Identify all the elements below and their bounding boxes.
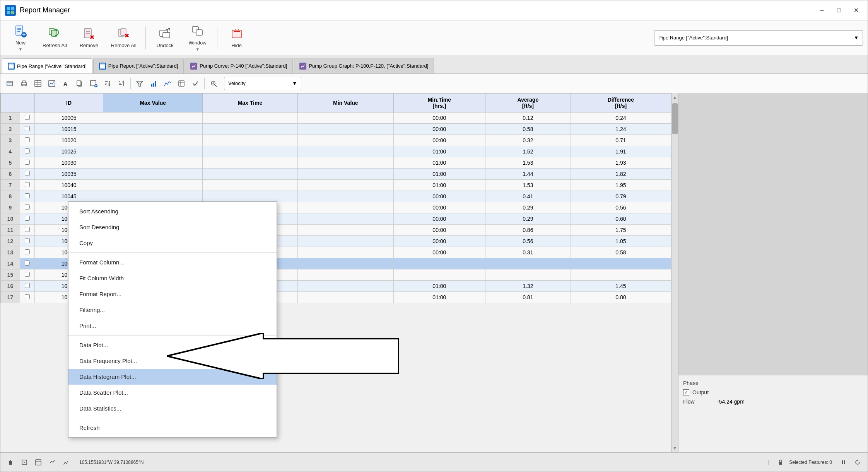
context-menu-item-sort-desc[interactable]: Sort Desending — [68, 219, 277, 235]
scroll-up-arrow[interactable]: ▲ — [673, 93, 677, 102]
row-checkbox[interactable] — [20, 157, 35, 169]
col-header-max-value[interactable]: Max Value — [103, 94, 203, 112]
context-menu-item-data-statistics[interactable]: Data Statistics... — [68, 400, 277, 416]
col-header-min-value[interactable]: Min Value — [297, 94, 393, 112]
row-checkbox[interactable] — [20, 258, 35, 269]
maximize-button[interactable]: □ — [832, 5, 846, 16]
right-panel-chart-area — [678, 93, 868, 375]
col-header-id[interactable]: ID — [35, 94, 103, 112]
row-number: 14 — [1, 258, 20, 269]
print-button[interactable] — [17, 77, 31, 90]
table-row[interactable]: 7 10040 01:00 1.53 1.95 — [1, 180, 671, 191]
undock-label: Undock — [157, 43, 174, 48]
context-menu-item-sort-asc[interactable]: Sort Ascending — [68, 203, 277, 219]
table-button[interactable] — [31, 77, 44, 90]
row-checkbox[interactable] — [20, 269, 35, 281]
context-menu-item-print[interactable]: Print... — [68, 318, 277, 334]
refresh-all-button[interactable]: Refresh All — [38, 23, 72, 53]
zoom-button[interactable] — [207, 77, 220, 90]
status-refresh-button[interactable] — [852, 457, 863, 468]
close-button[interactable]: ✕ — [849, 5, 863, 16]
table-row[interactable]: 4 10025 01:00 1.52 1.91 — [1, 146, 671, 157]
row-checkbox[interactable] — [20, 292, 35, 303]
tab-pipe-range[interactable]: Pipe Range ["Active":Standard] — [2, 58, 92, 74]
context-menu-item-refresh[interactable]: Refresh — [68, 420, 277, 436]
row-checkbox[interactable] — [20, 135, 35, 146]
table-row[interactable]: 5 10030 01:00 1.53 1.93 — [1, 157, 671, 169]
filter-button[interactable] — [133, 77, 146, 90]
new-table-button[interactable] — [87, 77, 100, 90]
row-checkbox[interactable] — [20, 202, 35, 213]
text-button[interactable]: A — [59, 77, 72, 90]
remove-button[interactable]: Remove — [73, 23, 104, 53]
row-average: 1.44 — [485, 169, 571, 180]
row-min-time: 00:00 — [393, 247, 485, 258]
col-header-max-time[interactable]: Max Time — [203, 94, 297, 112]
table-row[interactable]: 6 10035 01:00 1.44 1.82 — [1, 169, 671, 180]
hide-button[interactable]: Hide — [221, 23, 252, 53]
row-checkbox[interactable] — [20, 180, 35, 191]
open-file-button[interactable] — [3, 77, 17, 90]
col-header-min-time[interactable]: Min.Time[hrs.] — [393, 94, 485, 112]
context-menu-item-copy[interactable]: Copy — [68, 235, 277, 251]
context-menu-item-format-column[interactable]: Format Column... — [68, 254, 277, 270]
row-checkbox[interactable] — [20, 169, 35, 180]
row-average: 0.81 — [485, 292, 571, 303]
main-toolbar: New ▼ Refresh All — [0, 20, 868, 55]
toolbar-window-group: Window ▼ — [182, 23, 213, 53]
context-menu-item-data-scatter-plot[interactable]: Data Scatter Plot... — [68, 385, 277, 400]
row-number: 11 — [1, 225, 20, 236]
context-menu-item-data-plot[interactable]: Data Plot... — [68, 337, 277, 353]
row-checkbox[interactable] — [20, 225, 35, 236]
table-row[interactable]: 1 10005 00:00 0.12 0.24 — [1, 112, 671, 124]
row-checkbox[interactable] — [20, 213, 35, 225]
table-row[interactable]: 2 10015 00:00 0.58 1.24 — [1, 124, 671, 135]
row-checkbox[interactable] — [20, 191, 35, 202]
row-checkbox[interactable] — [20, 281, 35, 292]
row-difference — [571, 258, 671, 269]
window-button[interactable]: Window ▼ — [182, 23, 213, 53]
row-checkbox[interactable] — [20, 236, 35, 247]
status-zoom-button[interactable] — [19, 457, 30, 468]
chart-button[interactable] — [161, 77, 174, 90]
export-button[interactable] — [175, 77, 188, 90]
sort-desc-button[interactable] — [115, 77, 128, 90]
remove-all-button[interactable]: Remove All — [106, 23, 142, 53]
graph-button[interactable] — [45, 77, 58, 90]
context-menu-item-fit-column-width[interactable]: Fit Column Width — [68, 270, 277, 286]
sort-asc-button[interactable] — [101, 77, 114, 90]
pipe-range-dropdown[interactable]: Pipe Range ["Active":Standard] ▼ — [654, 30, 863, 46]
status-add-button[interactable] — [47, 457, 58, 468]
row-checkbox[interactable] — [20, 146, 35, 157]
scroll-down-arrow[interactable]: ▼ — [673, 444, 677, 452]
status-chart-button[interactable] — [61, 457, 72, 468]
col-header-difference[interactable]: Difference[ft/s] — [571, 94, 671, 112]
tab-pump-curve[interactable]: Pump Curve: P-140 ["Active":Standard] — [185, 58, 293, 73]
output-checkbox[interactable]: ✓ — [683, 389, 689, 395]
tab-pipe-report[interactable]: Pipe Report ["Active":Standard] — [93, 58, 184, 73]
scroll-thumb[interactable] — [672, 103, 678, 134]
status-table-button[interactable] — [33, 457, 44, 468]
table-row[interactable]: 8 10045 00:00 0.41 0.79 — [1, 191, 671, 202]
row-checkbox[interactable] — [20, 124, 35, 135]
row-checkbox[interactable] — [20, 112, 35, 124]
vertical-scrollbar[interactable]: ▲ ▼ — [671, 93, 678, 452]
context-menu-item-data-frequency-plot[interactable]: Data Frequency Plot... — [68, 353, 277, 369]
table-row[interactable]: 3 10020 00:00 0.32 0.71 — [1, 135, 671, 146]
copy-button[interactable] — [73, 77, 86, 90]
row-checkbox[interactable] — [20, 247, 35, 258]
copy2-button[interactable] — [189, 77, 202, 90]
status-pause-button[interactable] — [838, 457, 849, 468]
statistics-button[interactable] — [147, 77, 160, 90]
context-menu-item-data-histogram-plot[interactable]: Data Histogram Plot... — [68, 369, 277, 385]
velocity-dropdown[interactable]: Velocity ▼ — [224, 77, 301, 90]
context-menu-item-filtering[interactable]: Filtering... — [68, 302, 277, 318]
col-header-average[interactable]: Average[ft/s] — [485, 94, 571, 112]
status-home-button[interactable] — [5, 457, 16, 468]
minimize-button[interactable]: – — [815, 5, 829, 16]
context-menu-item-format-report[interactable]: Format Report... — [68, 286, 277, 302]
row-id: 10025 — [35, 146, 103, 157]
undock-button[interactable]: Undock — [150, 23, 181, 53]
tab-pump-group-graph[interactable]: Pump Group Graph: P-100,P-120, ["Active"… — [294, 58, 434, 73]
new-button[interactable]: New ▼ — [5, 23, 36, 53]
